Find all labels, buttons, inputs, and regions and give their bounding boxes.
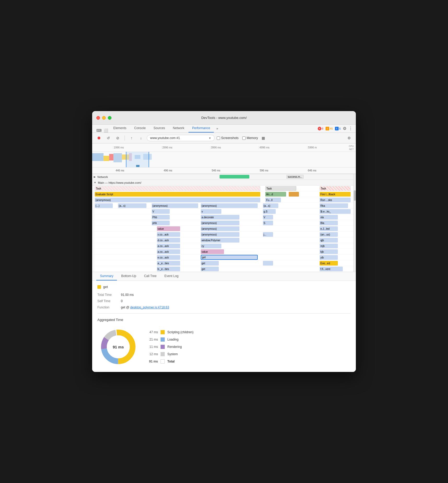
row9-bar-1[interactable]: x.co...ack (157, 232, 180, 237)
svg-rect-3 (113, 153, 122, 162)
get-bar-selected[interactable]: get (201, 255, 258, 260)
row7-bar-2[interactable]: (anonymous) (201, 221, 240, 225)
row13-bar-3[interactable]: yib (320, 255, 338, 260)
clear-button[interactable]: ⊘ (114, 134, 121, 142)
network-collapse-icon[interactable]: ▶ (92, 175, 97, 178)
more-menu-icon[interactable]: ⋮ (349, 126, 353, 131)
row11-bar-3[interactable]: mjb (320, 244, 338, 248)
row11-bar-2[interactable]: cy (201, 244, 221, 248)
row5-bar-3[interactable]: g.S (263, 209, 276, 214)
tab-summary[interactable]: Summary (96, 272, 117, 280)
close-button[interactable] (96, 116, 100, 120)
cursor-icon[interactable]: ⌨ (96, 128, 102, 133)
scrollbar-thumb[interactable] (354, 190, 356, 201)
row6-bar-1[interactable]: Phb (152, 215, 170, 220)
anon-bar-3[interactable]: Run ...sks (320, 198, 351, 202)
row14-bar-mid[interactable] (263, 261, 273, 266)
main-expand-icon[interactable]: ▼ (92, 181, 98, 184)
responsive-icon[interactable]: ⬜ (104, 128, 108, 133)
warning-icon: ⚠ (326, 127, 329, 130)
row5-bar-4[interactable]: $i.e...ks_ (320, 209, 351, 214)
main-section: ▼ Main — https://www.youtube.com/ (92, 180, 356, 186)
evaluate-bar-2[interactable]: An...d (265, 192, 286, 197)
tab-performance[interactable]: Performance (188, 125, 214, 133)
row9-bar-2[interactable]: (anonymous) (201, 232, 240, 237)
row12-bar-2[interactable]: value (201, 249, 224, 254)
row7-bar-3[interactable]: S (263, 221, 273, 225)
row4-bar-4[interactable]: (anonymous) (201, 203, 258, 208)
tab-console[interactable]: Console (131, 125, 149, 133)
settings-icon[interactable]: ⚙ (343, 126, 346, 131)
row7-bar-4[interactable]: Bla (320, 221, 338, 225)
row12-bar-1[interactable]: a.co...ack (157, 249, 180, 254)
row8-bar-1[interactable]: value (157, 226, 180, 231)
reload-button[interactable]: ↺ (105, 134, 112, 142)
row15-bar-3[interactable]: f.fi...vent (320, 267, 343, 271)
row5-bar-1[interactable]: V (152, 209, 170, 214)
row4-bar-2[interactable]: (a...s) (118, 203, 146, 208)
row7-bar-1[interactable]: phb (152, 221, 170, 225)
row12-bar-3[interactable]: kjb (320, 249, 338, 254)
download-button[interactable]: ↓ (137, 134, 145, 142)
upload-button[interactable]: ↑ (128, 134, 135, 142)
row6-bar-3[interactable]: V (263, 215, 273, 220)
row8-bar-3[interactable]: e.J...led (320, 226, 338, 231)
bottom-panel: Summary Bottom-Up Call Tree Event Log ge… (92, 272, 356, 372)
screenshots-checkbox[interactable]: Screenshots (217, 136, 239, 140)
row4-bar-3[interactable]: (anonymous) (152, 203, 198, 208)
flame-row-4: (...) (a...s) (anonymous) (anonymous) (a… (92, 203, 356, 209)
row4-bar-1[interactable]: (...) (95, 203, 113, 208)
row15-bar-1[interactable]: b._e...ties (157, 267, 180, 271)
tab-elements[interactable]: Elements (110, 125, 130, 133)
network-track: success.m... (108, 174, 356, 180)
record-button[interactable]: ⏺ (95, 134, 103, 142)
row10-bar-2[interactable]: window.Polymer (201, 238, 240, 243)
tab-call-tree[interactable]: Call Tree (140, 272, 160, 280)
row14-bar-3[interactable]: Eve...ed (320, 261, 338, 266)
row10-bar-1[interactable]: d.co...ack (157, 238, 180, 243)
minimize-button[interactable] (102, 116, 106, 120)
row10-bar-3[interactable]: qjb (320, 238, 338, 243)
anon-bar-2[interactable]: Fu...ll (265, 198, 281, 202)
row6-bar-4[interactable]: xla (320, 215, 338, 220)
row14-bar-2[interactable]: get (201, 261, 219, 266)
task-bar-1[interactable]: Task (95, 186, 260, 191)
tab-sources[interactable]: Sources (150, 125, 169, 133)
anon-bar-1[interactable]: (anonymous) (95, 198, 260, 202)
memory-checkbox[interactable]: Memory (242, 136, 258, 140)
evaluate-bar-3[interactable]: Fire I...llback (320, 192, 351, 197)
vertical-scrollbar[interactable] (353, 174, 356, 272)
row15-bar-2[interactable]: get (201, 267, 219, 271)
row14-bar-1[interactable]: a._e...ties (157, 261, 180, 266)
evaluate-bar-mini[interactable] (289, 192, 299, 197)
row9-bar-3[interactable]: j... (263, 232, 273, 237)
url-input[interactable]: www.youtube.com #1 ▼ (147, 135, 215, 141)
task-bar-3[interactable]: Task (320, 186, 351, 191)
row5-bar-2[interactable]: v (201, 209, 221, 214)
row9-bar-4[interactable]: (an...us) (320, 232, 338, 237)
row4-bar-6[interactable]: Rka (320, 203, 348, 208)
row6-bar-2[interactable]: a.decorate (201, 215, 240, 220)
function-link[interactable]: desktop_polymer.js:4718:63 (130, 306, 169, 309)
evaluate-bar-1[interactable]: Evaluate Script (95, 192, 260, 197)
more-tabs-button[interactable]: » (214, 125, 220, 133)
perf-settings-icon[interactable]: ⚙ (345, 134, 353, 142)
get-track: e.co...ack get yib (95, 255, 353, 260)
task-bar-2[interactable]: Task (265, 186, 296, 191)
memory-input[interactable] (242, 136, 246, 140)
tab-bottom-up[interactable]: Bottom-Up (117, 272, 140, 280)
row4-bar-5[interactable]: (a...s) (263, 203, 278, 208)
total-time-label: Total Time (97, 293, 121, 297)
screenshots-input[interactable] (217, 136, 220, 140)
row13-bar-1[interactable]: e.co...ack (157, 255, 180, 260)
row8-bar-2[interactable]: (anonymous) (201, 226, 240, 231)
tab-network[interactable]: Network (169, 125, 188, 133)
overview-chart[interactable] (92, 152, 356, 168)
tab-event-log[interactable]: Event Log (161, 272, 182, 280)
total-time-value: 91.00 ms (121, 293, 134, 297)
row4-track: (...) (a...s) (anonymous) (anonymous) (a… (95, 203, 353, 208)
row11-bar-1[interactable]: a.co...ack (157, 244, 180, 248)
maximize-button[interactable] (108, 116, 111, 120)
url-dropdown-icon[interactable]: ▼ (209, 137, 211, 140)
network-bar-green[interactable] (220, 175, 249, 179)
